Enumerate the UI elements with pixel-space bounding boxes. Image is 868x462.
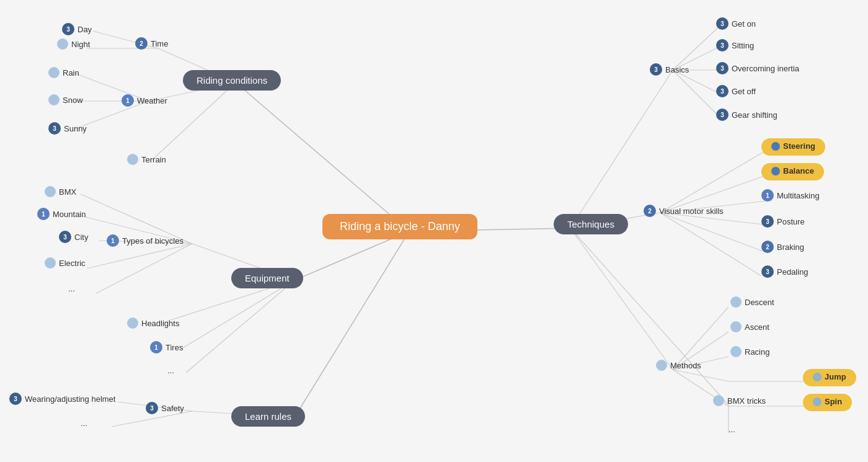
spin-label: Spin — [803, 394, 852, 411]
pedaling-label: Pedaling — [777, 267, 808, 277]
headlights-label: Headlights — [141, 319, 179, 328]
rain-badge — [48, 67, 60, 78]
time-node: 2 Time — [135, 37, 168, 50]
svg-line-37 — [570, 228, 673, 370]
posture-badge: 3 — [761, 215, 774, 228]
multitasking-node: 1 Multitasking — [761, 189, 820, 202]
techniques-pill[interactable]: Techniques — [554, 214, 628, 234]
time-label: Time — [151, 39, 168, 48]
center-node[interactable]: Riding a bicycle - Danny — [322, 214, 477, 239]
methods-badge — [656, 360, 667, 371]
jump-node: Jump — [803, 369, 856, 386]
sunny-badge: 3 — [48, 122, 61, 135]
descent-node: Descent — [730, 296, 774, 308]
mountain-label: Mountain — [53, 210, 86, 219]
basics-node: 3 Basics — [650, 63, 689, 76]
bmx-node: BMX — [45, 186, 76, 197]
rain-node: Rain — [48, 67, 79, 78]
posture-node: 3 Posture — [761, 215, 805, 228]
mountain-badge: 1 — [37, 208, 50, 220]
learn-rules-label: Learn rules — [231, 406, 305, 427]
weather-badge: 1 — [122, 94, 134, 107]
city-node: 3 City — [59, 231, 88, 243]
techniques-more-label: ... — [728, 425, 735, 434]
tires-node: 1 Tires — [150, 341, 183, 353]
get-off-node: 3 Get off — [716, 85, 756, 97]
basics-label: Basics — [665, 65, 689, 74]
day-node: 3 Day — [62, 23, 92, 35]
svg-line-45 — [570, 228, 728, 405]
weather-label: Weather — [137, 96, 167, 105]
bmx-tricks-node: BMX tricks — [713, 395, 766, 406]
tires-badge: 1 — [150, 341, 162, 353]
pedaling-node: 3 Pedaling — [761, 265, 808, 278]
basics-badge: 3 — [650, 63, 662, 76]
equipment-label: Equipment — [231, 268, 303, 288]
learn-rules-pill[interactable]: Learn rules — [231, 406, 305, 427]
svg-line-35 — [660, 213, 763, 251]
racing-node: Racing — [730, 346, 769, 357]
balance-node: Balance — [761, 163, 824, 180]
multitasking-label: Multitasking — [777, 191, 820, 200]
safety-node: 3 Safety — [146, 402, 184, 414]
methods-node: Methods — [656, 360, 701, 371]
svg-line-17 — [96, 244, 192, 293]
safety-badge: 3 — [146, 402, 158, 414]
bmx-tricks-label: BMX tricks — [727, 396, 766, 406]
snow-node: Snow — [48, 94, 83, 105]
svg-line-31 — [660, 151, 766, 213]
get-off-badge: 3 — [716, 85, 728, 97]
helmet-node: 3 Wearing/adjusting helmet — [9, 393, 115, 405]
mountain-node: 1 Mountain — [37, 208, 86, 220]
pedaling-badge: 3 — [761, 265, 774, 278]
riding-conditions-pill[interactable]: Riding conditions — [183, 70, 281, 91]
night-label: Night — [71, 40, 90, 49]
svg-line-19 — [183, 280, 294, 348]
sitting-label: Sitting — [732, 41, 754, 50]
visual-motor-node: 2 Visual motor skills — [644, 205, 724, 217]
svg-line-29 — [673, 70, 722, 120]
balance-label: Balance — [761, 163, 824, 180]
get-off-label: Get off — [732, 87, 756, 96]
helmet-badge: 3 — [9, 393, 22, 405]
svg-line-36 — [660, 213, 761, 276]
helmet-label: Wearing/adjusting helmet — [25, 394, 115, 404]
day-badge: 3 — [62, 23, 74, 35]
ascent-badge — [730, 321, 742, 332]
braking-label: Braking — [777, 242, 804, 252]
equip-more-label: ... — [167, 366, 174, 375]
overcoming-label: Overcoming inertia — [732, 64, 799, 73]
steering-node: Steering — [761, 138, 825, 156]
types-badge: 1 — [107, 234, 119, 247]
snow-label: Snow — [63, 96, 83, 105]
sitting-badge: 3 — [716, 39, 728, 51]
types-more-node: ... — [68, 284, 75, 293]
electric-label: Electric — [59, 259, 86, 268]
equipment-pill[interactable]: Equipment — [231, 268, 303, 288]
overcoming-node: 3 Overcoming inertia — [716, 62, 799, 74]
safety-label: Safety — [161, 404, 184, 413]
steering-label: Steering — [761, 138, 825, 156]
svg-line-2 — [294, 231, 409, 417]
spin-node: Spin — [803, 394, 852, 411]
gear-shifting-badge: 3 — [716, 109, 728, 121]
sunny-label: Sunny — [64, 124, 87, 133]
tires-label: Tires — [166, 343, 183, 352]
svg-line-16 — [87, 244, 192, 269]
city-badge: 3 — [59, 231, 71, 243]
descent-label: Descent — [745, 298, 774, 307]
electric-badge — [45, 257, 56, 269]
bmx-tricks-badge — [713, 395, 724, 406]
svg-line-41 — [673, 370, 728, 381]
equip-more-node: ... — [167, 366, 174, 375]
safety-more-node: ... — [81, 419, 87, 428]
rain-label: Rain — [63, 68, 79, 78]
methods-label: Methods — [670, 361, 701, 370]
posture-label: Posture — [777, 217, 805, 226]
bmx-badge — [45, 186, 56, 197]
bmx-label: BMX — [59, 187, 76, 197]
terrain-badge — [127, 154, 138, 165]
visual-motor-badge: 2 — [644, 205, 656, 217]
ascent-node: Ascent — [730, 321, 769, 332]
visual-motor-label: Visual motor skills — [659, 207, 724, 216]
